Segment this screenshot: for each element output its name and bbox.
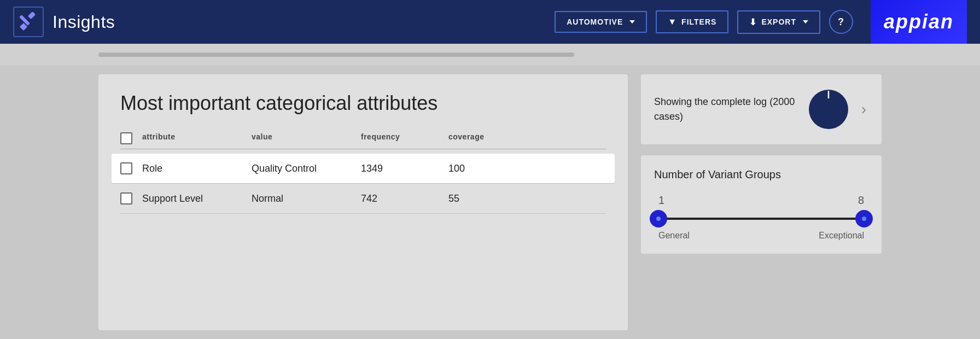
col-frequency: frequency (361, 132, 448, 144)
col-value: value (252, 132, 361, 144)
pie-chart (807, 87, 850, 131)
filters-button[interactable]: ▼ FILTERS (656, 10, 728, 33)
col-attribute: attribute (142, 132, 252, 144)
row-coverage: 100 (448, 163, 536, 174)
row-value: Quality Control (252, 163, 361, 174)
appian-logo: appian (871, 0, 967, 44)
row-attribute: Role (142, 163, 252, 174)
table-row[interactable]: Role Quality Control 1349 100 (112, 154, 615, 184)
row-checkbox[interactable] (120, 192, 132, 204)
help-button[interactable]: ? (829, 10, 853, 34)
row-coverage: 55 (448, 193, 536, 204)
slider-thumb-left[interactable] (650, 210, 667, 227)
variant-groups-card: Number of Variant Groups 1 8 General (641, 155, 882, 254)
svg-rect-2 (28, 12, 36, 19)
attributes-panel: Most important categorical attributes at… (98, 74, 628, 330)
slider-inner-dot-right (862, 217, 866, 221)
expand-button[interactable]: › (859, 98, 868, 120)
slider-inner-dot-left (656, 217, 661, 221)
subheader (0, 44, 980, 66)
slider-labels: 1 8 (658, 194, 864, 207)
chevron-down-icon (803, 20, 808, 24)
slider-min-label: 1 (658, 194, 664, 207)
automotive-label: AUTOMOTIVE (567, 17, 623, 26)
log-info-card: Showing the complete log (2000 cases) › (641, 74, 882, 144)
appian-wordmark: appian (884, 10, 954, 33)
slider-max-label: 8 (858, 194, 864, 207)
row-checkbox-cell (120, 162, 142, 174)
slider-track[interactable] (658, 218, 864, 220)
main-content: Most important categorical attributes at… (0, 66, 980, 339)
slider-sublabel-left: General (658, 231, 690, 241)
help-label: ? (838, 16, 844, 28)
page-title: Insights (52, 12, 115, 32)
filter-icon: ▼ (668, 17, 677, 27)
header-checkbox[interactable] (120, 132, 132, 144)
row-checkbox-cell (120, 192, 142, 204)
row-frequency: 1349 (361, 163, 448, 174)
row-value: Normal (252, 193, 361, 204)
slider-container: 1 8 General Exceptional (654, 194, 868, 241)
progress-bar (98, 52, 574, 57)
row-checkbox[interactable] (120, 162, 132, 174)
row-frequency: 742 (361, 193, 448, 204)
right-panel: Showing the complete log (2000 cases) › … (641, 74, 882, 330)
table-header: attribute value frequency coverage (120, 128, 606, 149)
table-row[interactable]: Support Level Normal 742 55 (120, 184, 606, 214)
row-attribute: Support Level (142, 193, 252, 204)
logo-box (13, 7, 44, 37)
filters-label: FILTERS (681, 17, 716, 26)
slider-thumb-right[interactable] (855, 210, 873, 227)
slider-sublabel-right: Exceptional (819, 231, 864, 241)
export-button[interactable]: ⬇ EXPORT (737, 10, 820, 34)
header: Insights AUTOMOTIVE ▼ FILTERS ⬇ EXPORT ?… (0, 0, 980, 44)
export-label: EXPORT (761, 17, 796, 26)
chevron-down-icon (629, 20, 635, 24)
slider-sublabels: General Exceptional (658, 231, 864, 241)
panel-title: Most important categorical attributes (120, 92, 606, 115)
automotive-button[interactable]: AUTOMOTIVE (555, 11, 647, 33)
hammer-icon (19, 12, 38, 32)
col-coverage: coverage (448, 132, 536, 144)
col-checkbox (120, 132, 142, 144)
variant-title: Number of Variant Groups (654, 168, 868, 181)
export-icon: ⬇ (749, 17, 757, 27)
log-info-text: Showing the complete log (2000 cases) (654, 95, 798, 124)
